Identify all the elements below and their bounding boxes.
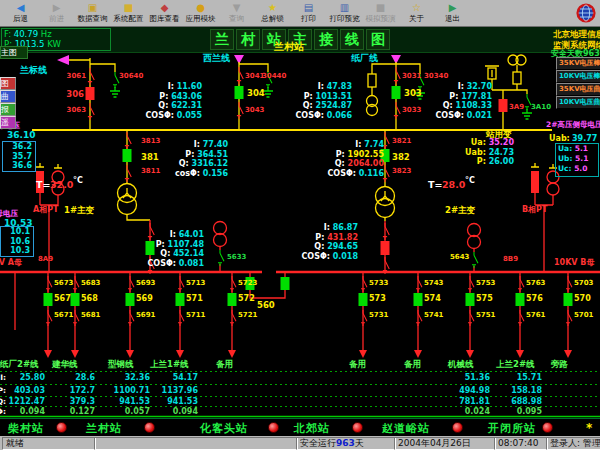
status-bar: 就绪 安全运行963天 2004年04月26日 08:07:40 登录人: 管理… xyxy=(0,436,600,450)
freq-label: F: xyxy=(4,29,11,39)
station-status-light xyxy=(56,422,67,433)
station-button-3[interactable]: 北郊站 xyxy=(294,421,330,436)
pt-a-symbol xyxy=(36,171,44,193)
toolbar-button-back[interactable]: ◀后退 xyxy=(4,1,37,26)
station-status-light xyxy=(352,422,363,433)
station-button-2[interactable]: 化客头站 xyxy=(200,421,248,436)
safe-run-prefix: 安全运行 xyxy=(300,438,336,448)
breaker-576[interactable] xyxy=(516,293,525,306)
breaker-382[interactable] xyxy=(381,149,390,162)
breaker-574[interactable] xyxy=(414,293,423,306)
print-icon: ▤ xyxy=(304,2,313,14)
toolbar-button-print[interactable]: ▤打印 xyxy=(292,1,325,26)
database-icon: ▣ xyxy=(88,2,97,14)
breaker-569[interactable] xyxy=(126,293,135,306)
station-nav-bar: 柴村站兰村站化客头站北郊站赵道峪站开闭所站* xyxy=(0,418,600,437)
toolbar-button-label: 图库查看 xyxy=(150,14,180,24)
station-status-light xyxy=(268,422,279,433)
station-button-0[interactable]: 柴村站 xyxy=(8,421,44,436)
breaker-573[interactable] xyxy=(359,293,368,306)
breaker-560a[interactable] xyxy=(246,277,255,290)
toolbar-button-simulate[interactable]: ■模拟预演 xyxy=(364,1,397,26)
toolbar-button-data-query[interactable]: ▣数据查询 xyxy=(76,1,109,26)
scada-screen: ◀后退▶前进▣数据查询■系统配置◆图库查看●应用模块▼查询★总解锁▤打印▥打印预… xyxy=(0,0,600,450)
left-nav-button-2[interactable]: 报表 xyxy=(0,103,16,116)
left-nav-button-1[interactable]: 曲线 xyxy=(0,90,16,103)
power-unit: KW xyxy=(47,39,61,49)
toolbar-button-unlock-all[interactable]: ★总解锁 xyxy=(256,1,289,26)
right-panel-button-1[interactable]: 10KV电压棒图 xyxy=(556,70,600,83)
right-panel-button-0[interactable]: 35KV电压棒图 xyxy=(556,57,600,70)
back-icon: ◀ xyxy=(17,2,25,14)
vendor-line1: 北京地理信息系统 xyxy=(553,29,600,40)
toolbar-button-label: 关于 xyxy=(409,14,424,24)
title-char: 站 xyxy=(262,29,286,50)
page-title: 兰村站主接线图 xyxy=(210,29,390,50)
right-panel-button-3[interactable]: 10KV电压曲线 xyxy=(556,96,600,109)
breaker-562[interactable] xyxy=(381,241,390,255)
title-char: 线 xyxy=(340,29,364,50)
breaker-575[interactable] xyxy=(466,293,475,306)
breaker-306[interactable] xyxy=(86,87,95,100)
pt-bus-b-symbol xyxy=(468,224,481,237)
lanbiao-arrow-icon xyxy=(57,55,69,65)
toolbar-button-app-modules[interactable]: ●应用模块 xyxy=(184,1,217,26)
right-panel-button-2[interactable]: 35KV电压曲线 xyxy=(556,83,600,96)
toolbar-button-label: 系统配置 xyxy=(114,14,144,24)
freq-value: 40.79 xyxy=(14,29,38,39)
station-status-light xyxy=(452,422,463,433)
breaker-3a9[interactable] xyxy=(499,99,508,112)
breaker-303[interactable] xyxy=(392,86,401,99)
print-preview-icon: ▥ xyxy=(340,2,349,14)
breaker-561[interactable] xyxy=(146,241,155,255)
left-nav-button-0[interactable]: 图形 xyxy=(0,77,16,90)
toolbar-button-library-view[interactable]: ◆图库查看 xyxy=(148,1,181,26)
left-nav-button-3[interactable]: 遥测 xyxy=(0,116,16,129)
station-status-light xyxy=(144,422,155,433)
map-tab[interactable]: 主图 xyxy=(0,46,28,59)
unlock-icon: ★ xyxy=(268,2,277,14)
toolbar-button-label: 后退 xyxy=(13,14,28,24)
breaker-572[interactable] xyxy=(228,293,237,306)
safe-run-suffix: 天 xyxy=(355,438,364,448)
station-button-1[interactable]: 兰村站 xyxy=(86,421,122,436)
toolbar-button-print-preview[interactable]: ▥打印预览 xyxy=(328,1,361,26)
toolbar-button-label: 应用模块 xyxy=(186,14,216,24)
exit-icon: ▶ xyxy=(449,2,457,14)
stations-star: * xyxy=(586,421,592,435)
title-char: 主 xyxy=(288,29,312,50)
toolbar-button-about[interactable]: ☆关于 xyxy=(400,1,433,26)
toolbar-button-label: 退出 xyxy=(445,14,460,24)
toolbar-button-label: 查询 xyxy=(229,14,244,24)
globe-logo-icon[interactable] xyxy=(576,3,596,27)
pt-bus-a-symbol xyxy=(214,222,227,235)
title-char: 兰 xyxy=(210,29,234,50)
library-icon: ◆ xyxy=(161,2,169,14)
pt-b-symbol xyxy=(531,171,539,193)
breaker-571[interactable] xyxy=(176,293,185,306)
breaker-570[interactable] xyxy=(564,293,573,306)
toolbar-button-label: 打印预览 xyxy=(330,14,360,24)
station-status-light xyxy=(542,422,553,433)
breaker-567[interactable] xyxy=(44,293,53,306)
circuit-diagram-svg xyxy=(0,0,600,450)
station-button-5[interactable]: 开闭所站 xyxy=(488,421,536,436)
forward-icon: ▶ xyxy=(53,2,61,14)
status-ready: 就绪 xyxy=(2,437,96,450)
breaker-304[interactable] xyxy=(235,86,244,99)
status-safe-run: 安全运行963天 xyxy=(296,437,396,450)
breaker-568[interactable] xyxy=(71,293,80,306)
toolbar-button-exit[interactable]: ▶退出 xyxy=(436,1,469,26)
status-spacer xyxy=(94,437,298,450)
station-button-4[interactable]: 赵道峪站 xyxy=(382,421,430,436)
status-login: 登录人: 管理员 xyxy=(546,437,600,450)
toolbar-button-query[interactable]: ▼查询 xyxy=(220,1,253,26)
breaker-381[interactable] xyxy=(123,149,132,162)
modules-icon: ● xyxy=(196,2,205,14)
toolbar-button-forward[interactable]: ▶前进 xyxy=(40,1,73,26)
title-char: 图 xyxy=(366,29,390,50)
config-icon: ■ xyxy=(124,2,133,14)
toolbar-button-label: 数据查询 xyxy=(78,14,108,24)
toolbar-button-system-config[interactable]: ■系统配置 xyxy=(112,1,145,26)
breaker-560b[interactable] xyxy=(281,277,290,290)
